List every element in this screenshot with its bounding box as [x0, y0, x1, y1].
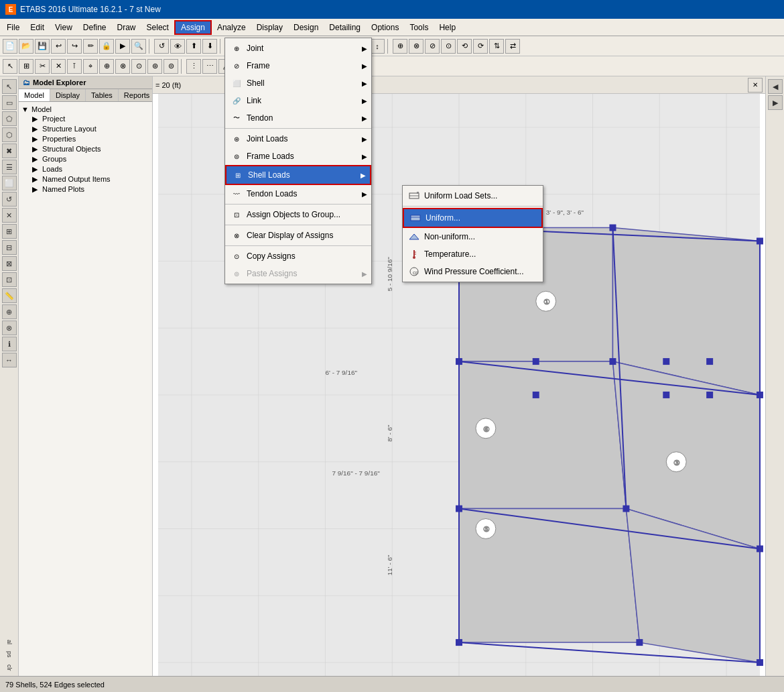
me-tab-tables[interactable]: Tables	[86, 89, 119, 101]
assign-menu-link[interactable]: 🔗 Link ▶	[225, 92, 371, 109]
lt-select[interactable]: ↖	[2, 79, 17, 94]
menu-assign[interactable]: Assign	[174, 20, 212, 35]
tb-view4[interactable]: ⬇	[202, 39, 217, 54]
tb-undo[interactable]: ↩	[51, 39, 66, 54]
menu-design[interactable]: Design	[288, 20, 324, 35]
sl-non-uniform[interactable]: Non-uniform...	[403, 228, 543, 245]
tb-redo[interactable]: ↪	[67, 39, 82, 54]
rp-btn2[interactable]: ▶	[768, 95, 783, 110]
menu-options[interactable]: Options	[366, 20, 404, 35]
tb-more1[interactable]: ⊕	[393, 39, 407, 54]
me-tab-display[interactable]: Display	[50, 89, 86, 101]
tree-loads[interactable]: ▶ Loads	[21, 164, 149, 174]
tb-pen[interactable]: ✏	[83, 39, 98, 54]
tb2-t2[interactable]: ✂	[35, 59, 50, 74]
lt-z3[interactable]: ⊠	[2, 256, 17, 271]
menu-view[interactable]: View	[50, 20, 78, 35]
tb-view3[interactable]: ⬆	[186, 39, 201, 54]
tb2-t8[interactable]: ⊙	[131, 59, 146, 74]
lt-z4[interactable]: ⊡	[2, 272, 17, 287]
me-tab-reports[interactable]: Reports	[119, 89, 156, 101]
tree-structural-objects[interactable]: ▶ Structural Objects	[21, 144, 149, 154]
tb-more4[interactable]: ⊙	[441, 39, 456, 54]
assign-menu-joint[interactable]: ⊕ Joint ▶	[225, 40, 371, 57]
tb-more2[interactable]: ⊗	[409, 39, 423, 54]
tb-run[interactable]: ▶	[115, 39, 130, 54]
tb-view2[interactable]: 👁	[170, 39, 185, 54]
ct-close[interactable]: ✕	[748, 78, 763, 93]
tb-view1[interactable]: ↺	[154, 39, 169, 54]
tb2-t3[interactable]: ✕	[51, 59, 66, 74]
tb-more8[interactable]: ⇄	[505, 39, 520, 54]
menu-file[interactable]: File	[1, 20, 25, 35]
lt-none[interactable]: ⬜	[2, 176, 17, 190]
assign-menu-paste[interactable]: ⊚ Paste Assigns ▶	[225, 265, 371, 282]
lt-desel[interactable]: ✖	[2, 143, 17, 158]
lt-info[interactable]: ℹ	[2, 337, 17, 351]
tb2-t10[interactable]: ⊜	[164, 59, 178, 74]
tb-more7[interactable]: ⇅	[489, 39, 504, 54]
tb2-t12[interactable]: ⋯	[202, 59, 217, 74]
lt-snap[interactable]: ⊗	[2, 321, 17, 335]
tb2-select[interactable]: ↖	[3, 59, 17, 74]
tree-structure-layout[interactable]: ▶ Structure Layout	[21, 124, 149, 134]
menu-tools[interactable]: Tools	[404, 20, 434, 35]
menu-help[interactable]: Help	[434, 20, 461, 35]
rp-btn1[interactable]: ◀	[768, 79, 783, 94]
lt-dim[interactable]: ↔	[2, 353, 17, 367]
assign-menu-to-group[interactable]: ⊡ Assign Objects to Group...	[225, 206, 371, 223]
tb-new[interactable]: 📄	[3, 39, 17, 54]
tb-zoom[interactable]: 🔍	[131, 39, 146, 54]
assign-menu-frame[interactable]: ⊘ Frame ▶	[225, 57, 371, 74]
tree-project[interactable]: ▶ Project	[21, 114, 149, 124]
lt-x[interactable]: ✕	[2, 208, 17, 223]
tree-groups[interactable]: ▶ Groups	[21, 154, 149, 164]
menu-analyze[interactable]: Analyze	[212, 20, 251, 35]
sl-uniform[interactable]: Uniform...	[403, 208, 543, 228]
tb2-t6[interactable]: ⊕	[99, 59, 114, 74]
menu-display[interactable]: Display	[251, 20, 288, 35]
lt-z2[interactable]: ⊟	[2, 240, 17, 255]
lt-z1[interactable]: ⊞	[2, 224, 17, 239]
tree-model[interactable]: ▼ Model	[21, 105, 149, 114]
assign-menu-tendon[interactable]: 〜 Tendon ▶	[225, 109, 371, 127]
menu-define[interactable]: Define	[78, 20, 112, 35]
tree-named-plots[interactable]: ▶ Named Plots	[21, 184, 149, 194]
assign-menu-shell-loads[interactable]: ⊞ Shell Loads ▶	[225, 165, 371, 185]
lt-prev[interactable]: ↺	[2, 192, 17, 207]
menu-select[interactable]: Select	[141, 20, 174, 35]
lt-poly[interactable]: ⬠	[2, 111, 17, 126]
sl-temperature[interactable]: Temperature...	[403, 245, 543, 263]
assign-menu-shell[interactable]: ⬜ Shell ▶	[225, 74, 371, 92]
tb-lock[interactable]: 🔒	[99, 39, 114, 54]
me-tab-model[interactable]: Model	[19, 89, 50, 101]
tb2-t4[interactable]: ⊺	[67, 59, 82, 74]
tb-more5[interactable]: ⟲	[457, 39, 472, 54]
lt-move[interactable]: ⊕	[2, 304, 17, 319]
tb-more3[interactable]: ⊘	[425, 39, 440, 54]
assign-menu-clear-display[interactable]: ⊗ Clear Display of Assigns	[225, 227, 371, 244]
lt-rubber[interactable]: ▭	[2, 95, 17, 110]
lt-fence[interactable]: ⬡	[2, 127, 17, 142]
tb-open[interactable]: 📂	[19, 39, 34, 54]
tb2-t9[interactable]: ⊛	[147, 59, 162, 74]
sl-wind-pressure[interactable]: cp Wind Pressure Coefficient...	[403, 263, 543, 280]
tree-properties[interactable]: ▶ Properties	[21, 134, 149, 144]
assign-menu-frame-loads[interactable]: ⊜ Frame Loads ▶	[225, 148, 371, 165]
tb2-t1[interactable]: ⊞	[19, 59, 34, 74]
tb-dims2[interactable]: ↕	[370, 39, 385, 54]
tb-more6[interactable]: ⟳	[473, 39, 488, 54]
tb2-t11[interactable]: ⋮	[186, 59, 201, 74]
tb-save[interactable]: 💾	[35, 39, 50, 54]
tree-named-output[interactable]: ▶ Named Output Items	[21, 174, 149, 184]
menu-draw[interactable]: Draw	[112, 20, 141, 35]
sl-uniform-sets[interactable]: Uniform Load Sets...	[403, 187, 543, 205]
lt-all[interactable]: ☰	[2, 160, 17, 174]
menu-detailing[interactable]: Detailing	[324, 20, 366, 35]
assign-menu-joint-loads[interactable]: ⊛ Joint Loads ▶	[225, 130, 371, 148]
tb2-t5[interactable]: ⌖	[83, 59, 98, 74]
assign-menu-tendon-loads[interactable]: 〰 Tendon Loads ▶	[225, 185, 371, 203]
tb2-t7[interactable]: ⊗	[115, 59, 130, 74]
menu-edit[interactable]: Edit	[25, 20, 50, 35]
lt-ruler[interactable]: 📏	[2, 288, 17, 303]
